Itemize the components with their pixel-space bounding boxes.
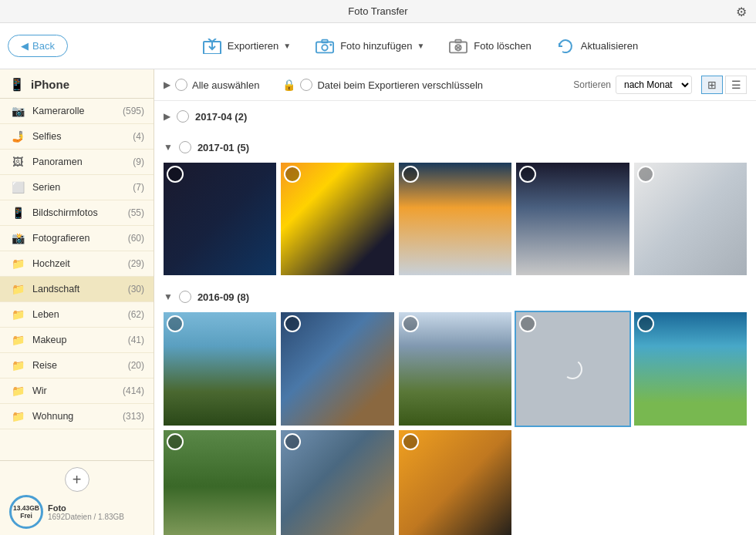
- photo-select-circle: [637, 166, 654, 183]
- section-checkbox-2016-09[interactable]: [179, 291, 191, 303]
- main-layout: 📱 iPhone 📷 Kamerarolle (595) 🤳 Selfies (…: [0, 69, 756, 535]
- delete-photo-button[interactable]: Foto löschen: [447, 38, 531, 55]
- section-checkbox-2017-01[interactable]: [179, 141, 191, 153]
- back-button[interactable]: ◀ Back: [8, 35, 68, 57]
- sidebar-item-count: (30): [128, 284, 144, 294]
- settings-icon[interactable]: ⚙: [736, 4, 747, 19]
- sidebar-item-label: Makeup: [32, 335, 128, 345]
- list-view-button[interactable]: ☰: [725, 76, 747, 94]
- sidebar-item-wir[interactable]: 📁 Wir (414): [0, 379, 154, 404]
- photo-select-circle: [284, 166, 301, 183]
- photo-thumb[interactable]: [399, 163, 511, 275]
- encrypt-area: 🔒 Datei beim Exportieren verschlüsseln: [282, 79, 483, 91]
- sidebar-item-icon: 🤳: [9, 130, 26, 143]
- section-header-2017-04: ▶ 2017-04 (2): [164, 107, 747, 126]
- select-all-checkbox[interactable]: [175, 79, 187, 91]
- photo-thumb[interactable]: [164, 430, 276, 535]
- svg-point-3: [322, 45, 327, 50]
- section-toggle-2017-04[interactable]: ▶: [164, 111, 170, 122]
- photo-section-2016-09: ▼ 2016-09 (8): [164, 288, 747, 535]
- sidebar-item-serien[interactable]: ⬜ Serien (7): [0, 175, 154, 200]
- refresh-button[interactable]: Aktualisieren: [555, 38, 638, 55]
- photo-thumb[interactable]: [516, 163, 629, 275]
- sidebar-item-count: (41): [128, 335, 144, 345]
- encrypt-checkbox[interactable]: [300, 79, 312, 91]
- photo-thumb[interactable]: [164, 163, 276, 275]
- add-photo-dropdown-arrow: ▼: [417, 42, 424, 50]
- sidebar-item-label: Kamerarolle: [32, 106, 123, 116]
- sidebar-item-count: (9): [133, 156, 144, 167]
- section-header-2016-09: ▼ 2016-09 (8): [164, 288, 747, 306]
- photo-thumb[interactable]: [399, 312, 511, 425]
- sidebar-item-hochzeit[interactable]: 📁 Hochzeit (29): [0, 251, 154, 277]
- sidebar-item-selfies[interactable]: 🤳 Selfies (4): [0, 124, 154, 150]
- export-icon: [201, 38, 223, 55]
- section-title-2017-01: 2017-01 (5): [197, 142, 249, 153]
- content-toolbar: ▶ Alle auswählen 🔒 Datei beim Exportiere…: [154, 69, 756, 101]
- photo-loading-overlay: [516, 312, 629, 425]
- photo-thumb[interactable]: [281, 163, 393, 275]
- sidebar-item-count: (60): [128, 233, 144, 244]
- sidebar-item-icon: 📁: [9, 257, 26, 271]
- sort-select[interactable]: nach Monat nach Datum nach Name: [616, 76, 692, 94]
- sidebar-item-label: Reise: [32, 360, 128, 371]
- photo-thumb[interactable]: [634, 312, 747, 425]
- sidebar-list: 📷 Kamerarolle (595) 🤳 Selfies (4) 🖼 Pano…: [0, 99, 154, 460]
- sidebar-item-label: Bildschirmfotos: [32, 207, 128, 218]
- sidebar-item-bildschirmfotos[interactable]: 📱 Bildschirmfotos (55): [0, 200, 154, 226]
- expand-all-button[interactable]: ▶: [164, 79, 170, 90]
- sidebar-item-count: (313): [123, 411, 144, 422]
- sidebar-item-fotografieren[interactable]: 📸 Fotografieren (60): [0, 226, 154, 251]
- sidebar-item-icon: 📁: [9, 409, 26, 423]
- sort-area: Sortieren nach Monat nach Datum nach Nam…: [573, 76, 747, 94]
- photo-thumb[interactable]: [281, 312, 393, 425]
- sidebar: 📱 iPhone 📷 Kamerarolle (595) 🤳 Selfies (…: [0, 69, 154, 535]
- sidebar-item-icon: 📁: [9, 384, 26, 398]
- sidebar-item-landschaft[interactable]: 📁 Landschaft (30): [0, 277, 154, 302]
- photo-select-circle: [167, 315, 184, 332]
- photo-thumb-selected[interactable]: [516, 312, 629, 425]
- add-album-button[interactable]: +: [65, 467, 89, 492]
- sidebar-item-icon: 📁: [9, 358, 26, 372]
- sort-label: Sortieren: [573, 79, 611, 90]
- sidebar-item-label: Fotografieren: [32, 233, 128, 244]
- photo-select-circle: [284, 433, 301, 450]
- sidebar-item-leben[interactable]: 📁 Leben (62): [0, 302, 154, 328]
- sidebar-item-label: Landschaft: [32, 284, 128, 294]
- sidebar-item-count: (414): [123, 385, 144, 396]
- photo-scroll-area[interactable]: ▶ 2017-04 (2) ▼ 2017-01 (5): [154, 101, 756, 535]
- grid-view-button[interactable]: ⊞: [701, 76, 723, 94]
- section-toggle-2017-01[interactable]: ▼: [164, 142, 173, 153]
- app-title: Foto Transfer: [348, 5, 407, 17]
- sidebar-item-panoramen[interactable]: 🖼 Panoramen (9): [0, 150, 154, 175]
- add-photo-button[interactable]: Foto hinzufügen ▼: [314, 38, 424, 55]
- photo-thumb[interactable]: [399, 430, 511, 535]
- sidebar-header: 📱 iPhone: [0, 69, 154, 99]
- sidebar-item-kamerarolle[interactable]: 📷 Kamerarolle (595): [0, 99, 154, 124]
- sidebar-item-count: (7): [133, 182, 144, 193]
- section-toggle-2016-09[interactable]: ▼: [164, 291, 173, 302]
- sidebar-item-makeup[interactable]: 📁 Makeup (41): [0, 328, 154, 353]
- photo-select-circle: [167, 166, 184, 183]
- section-checkbox-2017-04[interactable]: [177, 110, 189, 123]
- sidebar-item-count: (55): [128, 207, 144, 218]
- photo-thumb[interactable]: [281, 430, 393, 535]
- photo-thumb[interactable]: [164, 312, 276, 425]
- sidebar-item-reise[interactable]: 📁 Reise (20): [0, 353, 154, 379]
- device-icon: 📱: [9, 77, 25, 92]
- sidebar-item-label: Wir: [32, 385, 123, 396]
- photo-thumb[interactable]: [634, 163, 747, 275]
- sidebar-item-icon: 📱: [9, 206, 26, 220]
- svg-rect-9: [456, 39, 461, 42]
- photo-grid-2016-09: [164, 312, 747, 535]
- back-arrow-icon: ◀: [21, 40, 29, 52]
- storage-info: 13.43GB Frei Foto 1692Dateien / 1.83GB: [6, 495, 147, 529]
- sidebar-item-icon: 🖼: [9, 155, 26, 169]
- export-button[interactable]: Exportieren ▼: [201, 38, 291, 55]
- sidebar-item-icon: ⬜: [9, 180, 26, 194]
- sidebar-item-label: Selfies: [32, 131, 133, 142]
- sidebar-item-wohnung[interactable]: 📁 Wohnung (313): [0, 404, 154, 429]
- photo-grid-2017-01: [164, 163, 747, 275]
- sidebar-item-icon: 📸: [9, 231, 26, 245]
- main-toolbar: ◀ Back Exportieren ▼: [0, 23, 756, 69]
